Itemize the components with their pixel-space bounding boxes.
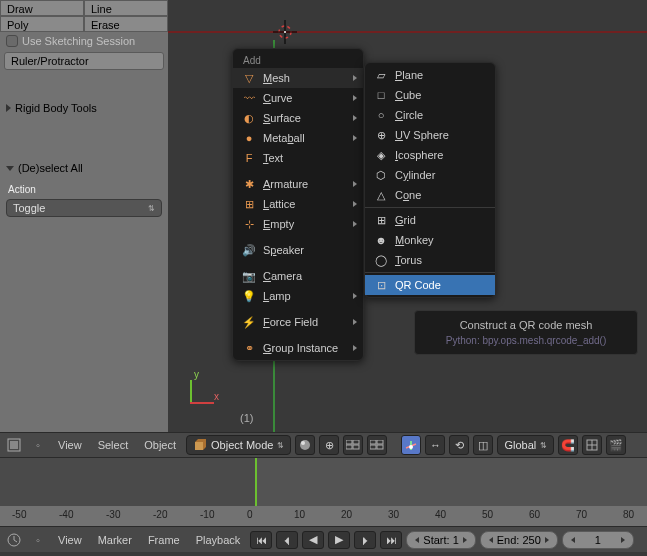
armature-icon: ✱	[241, 176, 257, 192]
menu-item-monkey[interactable]: ☻Monkey	[365, 230, 495, 250]
timeline-ruler[interactable]: -50-40-30-20-1001020304050607080	[0, 506, 647, 526]
chevron-right-icon	[353, 95, 357, 101]
chevron-right-icon	[353, 345, 357, 351]
menu-item-torus[interactable]: ◯Torus	[365, 250, 495, 270]
monkey-icon: ☻	[373, 232, 389, 248]
jump-end-button[interactable]: ⏭	[380, 531, 402, 549]
updown-icon: ⇅	[540, 441, 547, 450]
menu-item-armature[interactable]: ✱Armature	[233, 174, 363, 194]
menu-item-label: Armature	[263, 178, 308, 190]
circle-icon: ○	[373, 107, 389, 123]
axis-x-label: x	[214, 391, 219, 402]
btn-line[interactable]: Line	[84, 0, 168, 16]
panel-rigid-body[interactable]: Rigid Body Tools	[0, 96, 168, 120]
collapse-icon[interactable]: ◦	[28, 530, 48, 550]
menu-item-camera[interactable]: 📷Camera	[233, 266, 363, 286]
menu-playback[interactable]: Playback	[190, 534, 247, 546]
chevron-right-icon	[353, 135, 357, 141]
translate-manipulator[interactable]: ↔	[425, 435, 445, 455]
menu-item-plane[interactable]: ▱Plane	[365, 65, 495, 85]
orientation-label: Global	[504, 439, 536, 451]
snap-type[interactable]	[582, 435, 602, 455]
torus-icon: ◯	[373, 252, 389, 268]
pivot-dropdown[interactable]: ⊕	[319, 435, 339, 455]
surface-icon: ◐	[241, 110, 257, 126]
btn-draw[interactable]: Draw	[0, 0, 84, 16]
play-button[interactable]: ▶	[328, 531, 350, 549]
menu-select[interactable]: Select	[92, 439, 135, 451]
collapse-icon[interactable]: ◦	[28, 435, 48, 455]
menu-object[interactable]: Object	[138, 439, 182, 451]
menu-item-label: Icosphere	[395, 149, 443, 161]
end-frame-field[interactable]: End: 250	[480, 531, 558, 549]
menu-item-label: Mesh	[263, 72, 290, 84]
editor-type-icon[interactable]	[4, 435, 24, 455]
frame-tick: 50	[482, 509, 493, 520]
frame-tick: -20	[153, 509, 167, 520]
menu-item-text[interactable]: FText	[233, 148, 363, 168]
menu-add: Add ▽Mesh〰Curve◐Surface●MetaballFText✱Ar…	[232, 48, 364, 361]
menu-item-curve[interactable]: 〰Curve	[233, 88, 363, 108]
lamp-icon: 💡	[241, 288, 257, 304]
menu-item-grid[interactable]: ⊞Grid	[365, 210, 495, 230]
menu-item-uv-sphere[interactable]: ⊕UV Sphere	[365, 125, 495, 145]
current-frame-field[interactable]: 1	[562, 531, 634, 549]
timeline-area[interactable]: -50-40-30-20-1001020304050607080	[0, 458, 647, 526]
menu-item-cube[interactable]: □Cube	[365, 85, 495, 105]
btn-poly[interactable]: Poly	[0, 16, 84, 32]
menu-item-label: Lattice	[263, 198, 295, 210]
keyframe-prev-button[interactable]: ⏴	[276, 531, 298, 549]
menu-marker[interactable]: Marker	[92, 534, 138, 546]
playhead[interactable]	[255, 458, 257, 506]
menu-item-qr-code[interactable]: ⊡QR Code	[365, 275, 495, 295]
menu-item-lamp[interactable]: 💡Lamp	[233, 286, 363, 306]
menu-item-group-instance[interactable]: ⚭Group Instance	[233, 338, 363, 358]
shading-dropdown[interactable]	[295, 435, 315, 455]
curve-icon: 〰	[241, 90, 257, 106]
mesh-icon: ▽	[241, 70, 257, 86]
btn-erase[interactable]: Erase	[84, 16, 168, 32]
snap-toggle[interactable]: 🧲	[558, 435, 578, 455]
checkbox-sketch-session[interactable]: Use Sketching Session	[0, 32, 168, 50]
menu-item-mesh[interactable]: ▽Mesh	[233, 68, 363, 88]
menu-frame[interactable]: Frame	[142, 534, 186, 546]
menu-view[interactable]: View	[52, 439, 88, 451]
menu-view[interactable]: View	[52, 534, 88, 546]
action-dropdown[interactable]: Toggle ⇅	[6, 199, 162, 217]
render-button[interactable]: 🎬	[606, 435, 626, 455]
btn-ruler[interactable]: Ruler/Protractor	[4, 52, 164, 70]
svg-point-3	[284, 31, 286, 33]
keyframe-next-button[interactable]: ⏵	[354, 531, 376, 549]
frame-tick: 40	[435, 509, 446, 520]
menu-item-cylinder[interactable]: ⬡Cylinder	[365, 165, 495, 185]
jump-start-button[interactable]: ⏮	[250, 531, 272, 549]
menu-item-surface[interactable]: ◐Surface	[233, 108, 363, 128]
layers-button[interactable]	[343, 435, 363, 455]
orientation-dropdown[interactable]: Global ⇅	[497, 435, 554, 455]
start-frame-field[interactable]: Start: 1	[406, 531, 475, 549]
rotate-manipulator[interactable]: ⟲	[449, 435, 469, 455]
checkbox-icon	[6, 35, 18, 47]
text-icon: F	[241, 150, 257, 166]
menu-item-cone[interactable]: △Cone	[365, 185, 495, 205]
menu-item-speaker[interactable]: 🔊Speaker	[233, 240, 363, 260]
editor-type-icon[interactable]	[4, 530, 24, 550]
manipulator-toggle[interactable]	[401, 435, 421, 455]
menu-item-icosphere[interactable]: ◈Icosphere	[365, 145, 495, 165]
menu-item-empty[interactable]: ⊹Empty	[233, 214, 363, 234]
lattice-icon: ⊞	[241, 196, 257, 212]
icosphere-icon: ◈	[373, 147, 389, 163]
menu-item-force-field[interactable]: ⚡Force Field	[233, 312, 363, 332]
menu-title: Add	[233, 51, 363, 68]
scale-manipulator[interactable]: ◫	[473, 435, 493, 455]
menu-item-circle[interactable]: ○Circle	[365, 105, 495, 125]
menu-item-label: Surface	[263, 112, 301, 124]
panel-header-label: Rigid Body Tools	[15, 102, 97, 114]
checkbox-label: Use Sketching Session	[22, 35, 135, 47]
mode-dropdown[interactable]: Object Mode ⇅	[186, 435, 291, 455]
panel-deselect[interactable]: (De)select All	[0, 156, 168, 180]
menu-item-metaball[interactable]: ●Metaball	[233, 128, 363, 148]
menu-item-lattice[interactable]: ⊞Lattice	[233, 194, 363, 214]
play-reverse-button[interactable]: ◀	[302, 531, 324, 549]
layers-button-2[interactable]	[367, 435, 387, 455]
